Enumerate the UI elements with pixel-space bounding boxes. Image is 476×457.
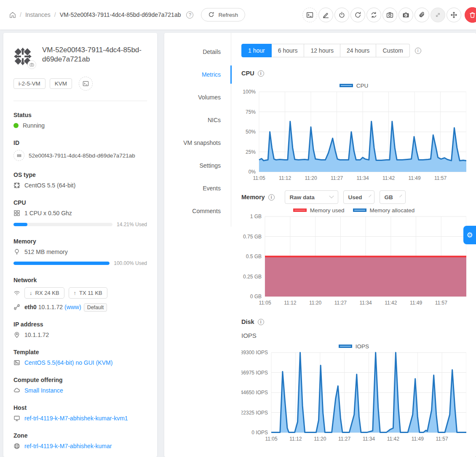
nic-ip: 10.1.1.72	[38, 304, 63, 310]
tab-nics[interactable]: NICs	[164, 109, 231, 131]
svg-text:11:42: 11:42	[387, 436, 399, 442]
hypervisor-tag: KVM	[50, 78, 72, 89]
reboot-button[interactable]	[350, 8, 365, 22]
attach-iso-button[interactable]	[414, 8, 429, 22]
tab-volumes[interactable]: Volumes	[164, 86, 231, 109]
console-button[interactable]	[302, 8, 317, 22]
tab-settings[interactable]: Settings	[164, 154, 231, 177]
svg-text:11:05: 11:05	[259, 300, 271, 306]
time-range-24-hours[interactable]: 24 hours	[340, 44, 376, 57]
legend-item[interactable]: Memory allocated	[353, 207, 415, 214]
tab-events[interactable]: Events	[164, 177, 231, 200]
detail-panel: DetailsMetricsVolumesNICsVM snapshotsSet…	[164, 33, 476, 457]
memory-select-gb[interactable]: GB	[380, 190, 406, 204]
memory-select-used[interactable]: Used	[343, 190, 374, 204]
arrow-up-icon: ↑	[74, 290, 77, 296]
svg-text:11:20: 11:20	[309, 300, 321, 306]
time-range-6-hours[interactable]: 6 hours	[272, 44, 305, 57]
paperclip-icon	[418, 11, 425, 19]
snapshot-schedule-button[interactable]	[398, 8, 413, 22]
svg-text:0.75 GB: 0.75 GB	[243, 234, 262, 240]
console-shortcut-button[interactable]	[79, 77, 93, 91]
memory-progress-bar	[13, 262, 110, 265]
svg-text:89300 IOPS: 89300 IOPS	[241, 350, 268, 355]
settings-fab[interactable]: ⚙	[463, 226, 476, 244]
scale-button[interactable]	[431, 8, 445, 22]
svg-text:11:34: 11:34	[359, 300, 372, 306]
time-range-1-hour[interactable]: 1 hour	[241, 44, 272, 57]
tab-comments[interactable]: Comments	[164, 200, 231, 222]
migrate-button[interactable]	[447, 8, 461, 22]
legend-item[interactable]: IOPS	[339, 343, 369, 350]
memory-info-icon[interactable]: i	[268, 194, 275, 200]
cpu-used-label: 14.21% Used	[117, 222, 147, 227]
cloud-icon	[13, 387, 20, 394]
offering-link[interactable]: Small Instance	[24, 387, 63, 394]
breadcrumb-instances[interactable]: Instances	[25, 11, 51, 18]
legend-swatch	[340, 84, 353, 87]
host-link[interactable]: ref-trl-4119-k-M7-abhishek-kumar-kvm1	[24, 415, 128, 422]
cpu-field: CPU 1 CPU x 0.50 Ghz 14.21% Used	[13, 199, 147, 227]
memory-value: 512 MB memory	[24, 249, 68, 255]
svg-text:1 GB: 1 GB	[250, 214, 262, 219]
tab-metrics[interactable]: Metrics	[164, 63, 231, 86]
svg-text:50%: 50%	[246, 129, 256, 135]
nic-link-icon	[13, 304, 20, 310]
svg-text:11:49: 11:49	[412, 436, 424, 442]
refresh-button[interactable]: Refresh	[201, 8, 245, 21]
stop-button[interactable]	[334, 8, 349, 22]
chart-legend: IOPS	[241, 342, 466, 350]
wifi-icon	[13, 290, 20, 297]
svg-text:100%: 100%	[243, 89, 256, 95]
cpu-plot: 0%25%50%75%100%11:0511:1211:2011:2711:34…	[241, 89, 466, 183]
reinstall-button[interactable]	[366, 8, 381, 22]
legend-item[interactable]: CPU	[340, 83, 369, 89]
cpu-info-icon[interactable]: i	[258, 70, 264, 77]
svg-text:11:42: 11:42	[385, 300, 397, 306]
destroy-button[interactable]	[465, 7, 476, 23]
gear-icon: ⚙	[466, 231, 473, 240]
time-range-info-icon[interactable]: i	[415, 48, 421, 54]
svg-text:11:57: 11:57	[436, 436, 448, 442]
legend-item[interactable]: Memory used	[293, 207, 345, 214]
svg-text:0 GB: 0 GB	[250, 294, 262, 299]
tab-vm-snapshots[interactable]: VM snapshots	[164, 131, 231, 154]
camera-badge-icon[interactable]	[27, 60, 36, 69]
time-range-custom[interactable]: Custom	[376, 44, 409, 57]
nic-name: eth0	[24, 304, 37, 310]
svg-text:11:49: 11:49	[408, 175, 420, 181]
memory-section-title: Memory	[241, 194, 265, 200]
template-field: Template CentOS 5.5(64-bit) no GUI (KVM)	[13, 349, 147, 366]
power-icon	[338, 11, 345, 19]
tx-button[interactable]: ↑TX 11 KB	[69, 287, 107, 299]
svg-text:44650 IOPS: 44650 IOPS	[241, 390, 268, 396]
id-field: ID 52e00f43-7911-4dc4-85bd-d69de7a721ab	[13, 139, 147, 161]
svg-text:0%: 0%	[249, 169, 256, 175]
memory-select-raw-data[interactable]: Raw data	[285, 190, 338, 204]
rx-button[interactable]: ↓RX 24 KB	[24, 287, 64, 299]
tab-details[interactable]: Details	[164, 40, 231, 63]
svg-text:11:05: 11:05	[265, 436, 277, 442]
camera-icon	[386, 11, 393, 19]
help-icon[interactable]: ?	[186, 11, 193, 19]
zone-link[interactable]: ref-trl-4119-k-M7-abhishek-kumar	[24, 443, 112, 449]
cpu-chart: CPU0%25%50%75%100%11:0511:1211:2011:2711…	[241, 82, 466, 183]
top-header: / Instances / VM-52e00f43-7911-4dc4-85bd…	[0, 0, 476, 29]
resize-icon	[434, 11, 441, 19]
disk-info-icon[interactable]: i	[258, 319, 264, 325]
svg-text:11:42: 11:42	[382, 175, 395, 181]
template-link[interactable]: CentOS 5.5(64-bit) no GUI (KVM)	[24, 359, 112, 366]
snapshot-button[interactable]	[382, 8, 397, 22]
disk-section-title: Disk	[241, 318, 254, 325]
iops-chart: IOPS0 IOPS22325 IOPS44650 IOPS66975 IOPS…	[241, 342, 466, 444]
time-range-12-hours[interactable]: 12 hours	[304, 44, 340, 57]
move-icon	[450, 11, 457, 19]
edit-button[interactable]	[318, 8, 333, 22]
svg-text:11:34: 11:34	[363, 436, 375, 442]
nic-network-link[interactable]: (www)	[64, 304, 81, 310]
home-icon[interactable]	[9, 11, 16, 18]
cpu-grid-icon	[13, 210, 20, 216]
iops-plot: 0 IOPS22325 IOPS44650 IOPS66975 IOPS8930…	[241, 350, 466, 444]
svg-text:11:27: 11:27	[331, 175, 343, 181]
image-icon	[13, 359, 20, 366]
